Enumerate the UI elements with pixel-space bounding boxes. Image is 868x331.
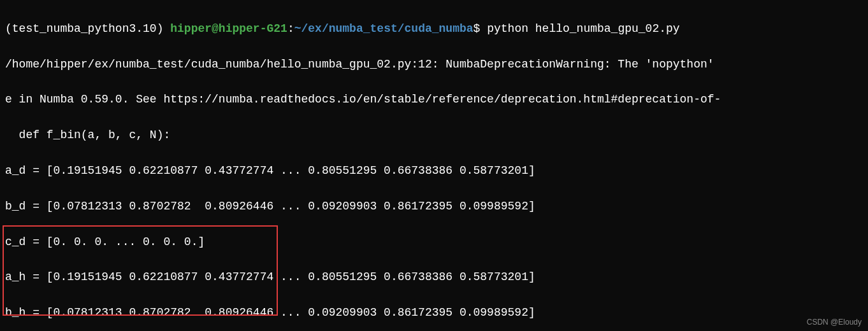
cwd-path: ~/ex/numba_test/cuda_numba	[294, 22, 474, 35]
array-c-d-initial: c_d = [0. 0. 0. ... 0. 0. 0.]	[5, 234, 863, 251]
venv-name: (test_numba_python3.10)	[5, 22, 170, 35]
array-b-h: b_h = [0.07812313 0.8702782 0.80926446 .…	[5, 304, 863, 322]
warning-line-3: def f_bin(a, b, c, N):	[5, 127, 863, 144]
prompt-line-1[interactable]: (test_numba_python3.10) hipper@hipper-G2…	[5, 20, 863, 38]
watermark-credit: CSDN @Eloudy	[807, 316, 862, 328]
array-a-d: a_d = [0.19151945 0.62210877 0.43772774 …	[5, 162, 863, 180]
warning-line-1: /home/hipper/ex/numba_test/cuda_numba/he…	[5, 56, 863, 74]
array-b-d: b_d = [0.07812313 0.8702782 0.80926446 .…	[5, 198, 863, 216]
array-a-h: a_h = [0.19151945 0.62210877 0.43772774 …	[5, 269, 863, 286]
colon: :	[287, 22, 294, 35]
warning-line-2: e in Numba 0.59.0. See https://numba.rea…	[5, 91, 863, 109]
terminal-output: (test_numba_python3.10) hipper@hipper-G2…	[0, 0, 868, 331]
command-text: python hello_numba_gpu_02.py	[480, 22, 679, 35]
user-host: hipper@hipper-G21	[170, 22, 287, 35]
dollar: $	[474, 22, 481, 35]
